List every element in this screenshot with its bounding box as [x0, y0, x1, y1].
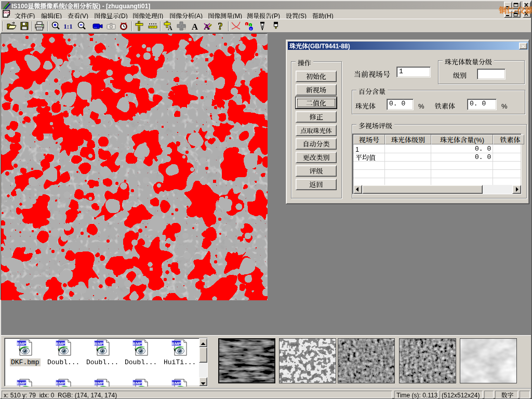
- svg-text:1:1: 1:1: [63, 22, 72, 30]
- svg-text:BMP: BMP: [172, 381, 181, 385]
- svg-text:BMP: BMP: [56, 381, 65, 385]
- svg-text:BMP: BMP: [17, 381, 26, 385]
- svg-text:BMP: BMP: [56, 341, 65, 346]
- svg-text:BMP: BMP: [95, 381, 104, 385]
- svg-text:A: A: [192, 22, 198, 31]
- svg-text:E: E: [138, 21, 139, 24]
- svg-text:BMP: BMP: [95, 341, 104, 346]
- svg-text:BMP: BMP: [133, 341, 142, 346]
- svg-text:A: A: [168, 24, 172, 31]
- svg-text:BMP: BMP: [17, 341, 26, 346]
- svg-text:BMP: BMP: [172, 341, 181, 346]
- svg-text:DOC: DOC: [4, 11, 11, 14]
- svg-text:BMP: BMP: [133, 381, 142, 385]
- svg-text:?: ?: [218, 21, 223, 31]
